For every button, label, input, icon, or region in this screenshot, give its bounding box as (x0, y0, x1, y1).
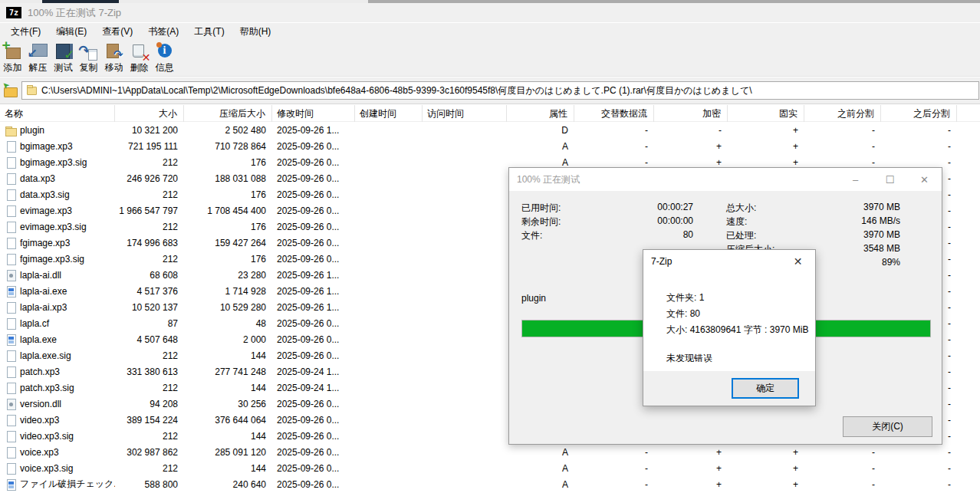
info-button[interactable]: 信息 (153, 41, 176, 74)
file-name-cell: lapla.exe (0, 331, 115, 347)
column-header-6[interactable]: 属性 (507, 105, 574, 122)
stat-row-left-1: 剩余时间:00:00:00 (521, 215, 561, 228)
menu-item[interactable]: 工具(T) (186, 23, 232, 41)
ok-button[interactable]: 确定 (732, 379, 798, 398)
mtime-cell: 2025-09-26 0... (272, 396, 355, 412)
packed-size-cell: 144 (184, 380, 272, 396)
size-cell: 246 926 720 (115, 170, 184, 186)
column-header-2[interactable]: 压缩后大小 (184, 105, 272, 122)
atime-cell (423, 251, 507, 267)
ctime-cell (355, 428, 423, 444)
ctime-cell (355, 138, 423, 154)
move-button[interactable]: 移动 (102, 41, 126, 74)
encrypted-cell: + (654, 476, 728, 492)
split-before-cell: - (804, 444, 881, 460)
atime-cell (423, 186, 507, 202)
column-header-0[interactable]: 名称 (0, 105, 115, 122)
column-header-9[interactable]: 固实 (728, 105, 804, 122)
attr-cell: A (507, 476, 574, 492)
packed-size-cell: 1 714 928 (184, 283, 272, 299)
table-row[interactable]: bgimage.xp3721 195 111710 728 8642025-09… (0, 138, 980, 154)
address-input[interactable]: C:\Users\ADMINI~1\AppData\Local\Temp\2\M… (21, 81, 979, 100)
file-name-cell: ファイル破損チェック... (0, 476, 115, 492)
delete-button[interactable]: 删除 (127, 41, 151, 74)
file-name-cell: evimage.xp3.sig (0, 219, 115, 235)
file-name: bgimage.xp3.sig (20, 157, 87, 168)
solid-cell: + (728, 444, 804, 460)
solid-cell: + (728, 476, 804, 492)
stat-row-right-0: 总大小:3970 MB (726, 202, 756, 215)
menu-item[interactable]: 帮助(H) (232, 23, 279, 41)
size-cell: 87 (115, 315, 184, 331)
size-cell: 389 154 224 (115, 412, 184, 428)
address-path: C:\Users\ADMINI~1\AppData\Local\Temp\2\M… (41, 84, 752, 97)
folder-icon (5, 124, 17, 136)
file-name-cell: version.dll (0, 396, 115, 412)
ads-cell: - (574, 122, 654, 138)
stat-value: 00:00:00 (521, 215, 693, 226)
file-icon (5, 253, 17, 265)
file-name: lapla-ai.xp3 (20, 302, 67, 313)
file-icon (5, 156, 17, 169)
packed-size-cell: 48 (184, 315, 272, 331)
extract-icon (28, 41, 48, 61)
ads-cell: - (574, 476, 654, 492)
mtime-cell: 2025-09-26 0... (272, 170, 355, 186)
stat-value: 3970 MB (726, 202, 900, 212)
table-row[interactable]: voice.xp3302 987 862285 091 1202025-09-2… (0, 444, 980, 460)
result-message: 未发现错误 (666, 350, 809, 366)
atime-cell (423, 380, 507, 396)
column-header-10[interactable]: 之前分割 (804, 105, 881, 122)
encrypted-cell: + (654, 460, 728, 476)
toolbar-button-label: 复制 (80, 61, 98, 74)
column-header-5[interactable]: 访问时间 (423, 105, 507, 122)
minimize-button[interactable]: – (838, 168, 873, 191)
atime-cell (423, 444, 507, 460)
result-dialog-body: 文件夹: 1 文件: 80 大小: 4163809641 字节 : 3970 M… (666, 290, 809, 366)
ads-cell: - (574, 444, 654, 460)
column-header-11[interactable]: 之后分割 (881, 105, 957, 122)
column-header-4[interactable]: 创建时间 (355, 105, 423, 122)
add-button[interactable]: 添加 (1, 41, 25, 74)
table-row[interactable]: ファイル破損チェック...588 800240 6402025-09-26 0.… (0, 476, 980, 492)
packed-size-cell: 277 741 248 (184, 363, 272, 380)
mtime-cell: 2025-09-26 0... (272, 219, 355, 235)
file-name: lapla.exe.sig (20, 350, 71, 361)
menu-item[interactable]: 查看(V) (94, 23, 140, 41)
menu-item[interactable]: 编辑(E) (48, 23, 94, 41)
menu-item[interactable]: 书签(A) (140, 23, 186, 41)
close-icon[interactable]: ✕ (781, 250, 815, 273)
split-after-cell: - (881, 138, 957, 154)
size-cell: 302 987 862 (115, 444, 184, 460)
extract-button[interactable]: 解压 (26, 41, 50, 74)
ctime-cell (355, 154, 423, 170)
column-header-3[interactable]: 修改时间 (272, 105, 355, 122)
file-name: fgimage.xp3 (20, 238, 70, 248)
ctime-cell (355, 186, 423, 202)
file-name: voice.xp3 (20, 447, 59, 458)
toolbar: 添加解压测试复制移动删除信息 (0, 41, 980, 77)
attr-cell: A (507, 444, 574, 460)
toolbar-button-label: 解压 (29, 61, 48, 74)
table-row[interactable]: voice.xp3.sig2121442025-09-26 0...A-++-- (0, 460, 980, 476)
close-button[interactable]: 关闭(C) (843, 416, 932, 437)
column-header-7[interactable]: 交替数据流 (574, 105, 654, 122)
close-icon[interactable]: ✕ (907, 168, 942, 191)
atime-cell (423, 363, 507, 380)
parent-folder-icon[interactable] (2, 83, 20, 98)
size-cell: 212 (115, 154, 184, 170)
size-cell: 212 (115, 460, 184, 476)
column-header-8[interactable]: 加密 (654, 105, 728, 122)
packed-size-cell: 2 000 (184, 331, 272, 347)
attr-cell: A (507, 460, 574, 476)
copy-button[interactable]: 复制 (77, 41, 100, 74)
mtime-cell: 2025-09-26 0... (272, 331, 355, 347)
column-header-1[interactable]: 大小 (115, 105, 184, 122)
ctime-cell (355, 122, 423, 138)
table-row[interactable]: plugin10 321 2002 502 4802025-09-26 1...… (0, 122, 980, 138)
ctime-cell (355, 299, 423, 315)
atime-cell (423, 315, 507, 331)
maximize-button[interactable]: ☐ (873, 168, 907, 191)
test-button[interactable]: 测试 (51, 41, 75, 74)
file-name: version.dll (20, 399, 61, 409)
